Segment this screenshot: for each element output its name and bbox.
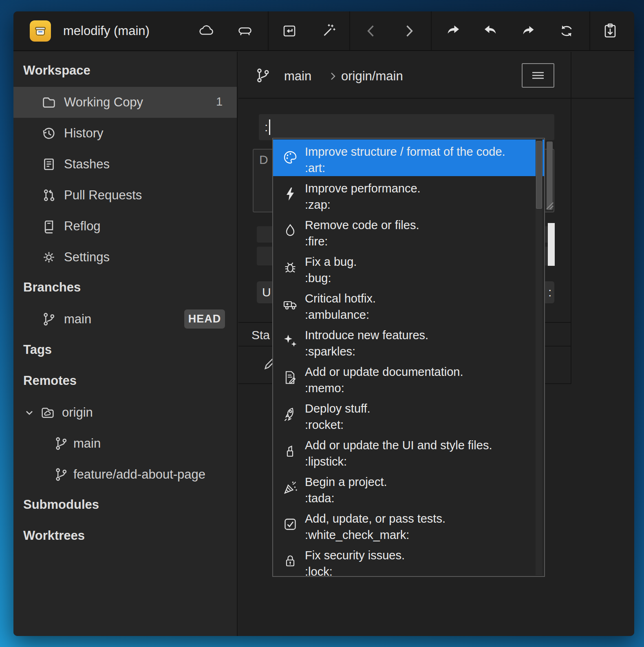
lightning-icon <box>282 186 298 202</box>
autocomplete-option-tada[interactable]: Begin a project. :tada: <box>273 470 544 506</box>
share-icon[interactable] <box>443 22 462 40</box>
sidebar: Workspace Working Copy 1 History Stashes <box>13 52 238 636</box>
toolbar-separator <box>589 11 590 50</box>
option-code: :zap: <box>305 197 331 213</box>
hidden-control-fragment <box>548 223 555 266</box>
option-title: Add or update documentation. <box>305 364 463 380</box>
description-fragment: D <box>259 153 268 166</box>
folder-icon <box>41 94 57 110</box>
pull-request-icon <box>41 187 57 203</box>
sidebar-item-label: History <box>64 126 103 141</box>
titlebar[interactable]: melodify (main) <box>13 11 634 51</box>
sidebar-section-submodules[interactable]: Submodules <box>13 490 237 521</box>
sidebar-item-label: Stashes <box>64 157 110 172</box>
autocomplete-option-art[interactable]: Improve structure / format of the code. … <box>273 139 544 176</box>
option-code: :sparkles: <box>305 343 355 360</box>
autocomplete-option-rocket[interactable]: Deploy stuff. :rocket: <box>273 396 544 433</box>
panel-divider[interactable] <box>571 52 571 383</box>
sidebar-item-history[interactable]: History <box>13 118 237 149</box>
branch-icon <box>53 435 69 452</box>
menu-button[interactable] <box>522 63 554 88</box>
branches-header: Branches <box>23 280 81 295</box>
breadcrumb-upstream[interactable]: origin/main <box>341 69 403 84</box>
sidebar-item-settings[interactable]: Settings <box>13 242 237 273</box>
lock-icon <box>282 553 298 569</box>
main-panel: main origin/main : D U : <box>238 52 634 636</box>
sidebar-item-branch-main[interactable]: main HEAD <box>13 304 237 335</box>
option-code: :white_check_mark: <box>305 527 409 543</box>
app-icon <box>30 20 51 42</box>
drive-icon[interactable] <box>236 22 254 40</box>
toolbar-separator <box>349 11 350 50</box>
sidebar-section-branches[interactable]: Branches <box>13 273 237 304</box>
autocomplete-option-fire[interactable]: Remove code or files. :fire: <box>273 213 544 250</box>
dropdown-scrollbar[interactable] <box>536 139 543 575</box>
memo-icon <box>282 369 298 386</box>
autocomplete-option-bug[interactable]: Fix a bug. :bug: <box>273 250 544 286</box>
autocomplete-option-lipstick[interactable]: Add or update the UI and style files. :l… <box>273 433 544 470</box>
sidebar-section-worktrees[interactable]: Worktrees <box>13 521 237 552</box>
history-icon <box>41 125 57 141</box>
option-title: Introduce new features. <box>305 327 428 343</box>
reflog-icon <box>41 218 57 234</box>
sidebar-item-stashes[interactable]: Stashes <box>13 149 237 180</box>
workspace-header: Workspace <box>23 63 90 78</box>
autocomplete-option-ambulance[interactable]: Critical hotfix. :ambulance: <box>273 286 544 323</box>
sidebar-section-remotes[interactable]: Remotes <box>13 366 237 397</box>
remote-label: origin <box>62 405 93 420</box>
stash-icon <box>41 156 57 172</box>
option-code: :bug: <box>305 270 331 286</box>
option-title: Add, update, or pass tests. <box>305 510 446 527</box>
branch-label: main <box>64 312 91 327</box>
sidebar-section-tags[interactable]: Tags <box>13 335 237 366</box>
text-caret <box>269 119 270 135</box>
autocomplete-option-memo[interactable]: Add or update documentation. :memo: <box>273 360 544 396</box>
ambulance-icon <box>282 296 298 312</box>
option-title: Critical hotfix. <box>305 290 376 307</box>
sparkles-icon <box>282 333 298 349</box>
chevron-down-icon[interactable] <box>23 407 35 419</box>
sidebar-item-working-copy[interactable]: Working Copy 1 <box>13 87 237 118</box>
branch-icon <box>254 66 272 84</box>
button-label-fragment: : <box>548 285 551 299</box>
dropdown-scrollbar-thumb[interactable] <box>536 141 542 209</box>
sync-icon[interactable] <box>557 22 576 40</box>
submodules-header: Submodules <box>23 497 99 512</box>
option-title: Improve performance. <box>305 180 421 197</box>
app-window: melodify (main) <box>13 11 634 636</box>
sidebar-item-pull-requests[interactable]: Pull Requests <box>13 180 237 211</box>
working-copy-count-badge: 1 <box>216 95 223 108</box>
commit-icon[interactable] <box>280 22 299 40</box>
remotes-header: Remotes <box>23 373 77 388</box>
option-title: Add or update the UI and style files. <box>305 437 492 453</box>
gear-icon <box>41 249 57 265</box>
option-code: :memo: <box>305 380 344 396</box>
magic-wand-icon[interactable] <box>319 22 338 40</box>
redo-icon[interactable] <box>518 22 537 40</box>
sidebar-item-reflog[interactable]: Reflog <box>13 211 237 242</box>
commit-summary-input[interactable]: : <box>259 114 554 140</box>
head-badge: HEAD <box>184 309 225 329</box>
sidebar-item-remote-branch-feature[interactable]: feature/add-about-page <box>13 459 237 490</box>
cloud-icon[interactable] <box>196 22 215 40</box>
nav-forward-icon[interactable] <box>399 22 418 40</box>
sidebar-item-remote-origin[interactable]: origin <box>13 397 237 428</box>
worktrees-header: Worktrees <box>23 528 85 543</box>
resize-grip-icon[interactable] <box>544 200 555 211</box>
sidebar-section-workspace: Workspace <box>13 56 237 87</box>
branch-icon <box>53 466 69 483</box>
autocomplete-option-zap[interactable]: Improve performance. :zap: <box>273 176 544 213</box>
sidebar-item-remote-branch-main[interactable]: main <box>13 428 237 459</box>
autocomplete-option-sparkles[interactable]: Introduce new features. :sparkles: <box>273 323 544 360</box>
lipstick-icon <box>282 443 298 459</box>
check-box-icon <box>282 516 298 532</box>
breadcrumb-branch[interactable]: main <box>284 69 311 84</box>
summary-value: : <box>265 120 268 134</box>
description-scrollbar-thumb[interactable] <box>547 141 553 210</box>
clipboard-download-icon[interactable] <box>601 22 620 40</box>
autocomplete-option-white-check-mark[interactable]: Add, update, or pass tests. :white_check… <box>273 506 544 543</box>
nav-back-icon[interactable] <box>362 22 381 40</box>
sidebar-item-label: Settings <box>64 250 110 265</box>
undo-icon[interactable] <box>481 22 500 40</box>
autocomplete-option-lock[interactable]: Fix security issues. :lock: <box>273 543 544 577</box>
